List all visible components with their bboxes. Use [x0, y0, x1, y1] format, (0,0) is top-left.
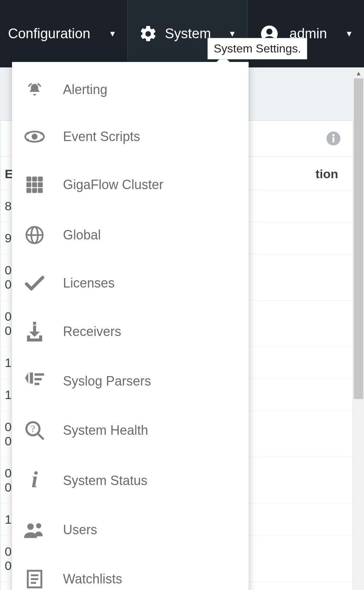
dropdown-item-system-status[interactable]: iSystem Status	[12, 456, 249, 506]
vertical-scrollbar[interactable]: ▴	[353, 67, 364, 590]
table-cell: 12	[0, 356, 12, 370]
alerting-icon	[24, 81, 46, 98]
svg-rect-25	[33, 322, 36, 325]
scroll-up-arrow-icon[interactable]: ▴	[353, 67, 364, 78]
svg-text:?: ?	[31, 423, 35, 434]
svg-text:i: i	[31, 471, 38, 491]
dropdown-item-licenses[interactable]: Licenses	[12, 260, 249, 306]
users-icon	[24, 521, 46, 539]
svg-rect-33	[35, 373, 44, 376]
dropdown-item-label: Event Scripts	[63, 129, 140, 144]
svg-rect-30	[39, 335, 42, 340]
gear-icon	[139, 24, 158, 43]
health-icon: ?	[24, 421, 46, 440]
svg-rect-17	[32, 182, 37, 187]
dropdown-item-syslog-parsers[interactable]: Syslog Parsers	[12, 357, 249, 405]
dropdown-item-label: System Status	[63, 473, 147, 488]
dropdown-item-label: GigaFlow Cluster	[63, 177, 163, 192]
svg-point-41	[36, 523, 41, 528]
svg-rect-14	[32, 177, 37, 182]
svg-rect-19	[27, 188, 32, 193]
nav-system-label: System	[165, 26, 211, 42]
svg-line-37	[38, 434, 44, 439]
system-tooltip: System Settings.	[207, 38, 307, 59]
svg-rect-26	[33, 325, 36, 332]
status-icon: i	[24, 471, 46, 491]
nav-configuration[interactable]: Configuration ▼	[0, 0, 127, 67]
svg-point-1	[266, 28, 273, 35]
caret-down-icon: ▼	[345, 29, 353, 39]
table-cell: 95	[0, 231, 12, 245]
table-header-col1: Er	[0, 167, 12, 181]
svg-marker-27	[29, 332, 40, 337]
table-cell: 82	[0, 199, 12, 213]
table-cell: 10	[0, 388, 12, 402]
dropdown-item-receivers[interactable]: Receivers	[12, 306, 249, 357]
dropdown-item-label: Alerting	[63, 82, 107, 97]
svg-rect-29	[27, 335, 30, 340]
info-icon[interactable]	[326, 131, 341, 146]
dropdown-item-alerting[interactable]: Alerting	[12, 66, 249, 114]
svg-rect-16	[27, 182, 32, 187]
table-cell: 17	[0, 512, 12, 527]
svg-point-12	[32, 134, 37, 140]
dropdown-item-label: Receivers	[63, 324, 121, 339]
dropdown-item-label: Watchlists	[63, 571, 122, 587]
dropdown-item-label: Users	[63, 522, 97, 538]
dropdown-item-label: Global	[63, 227, 101, 243]
table-cell: 0 0	[0, 544, 12, 573]
svg-rect-3	[333, 137, 335, 142]
licenses-icon	[24, 276, 46, 290]
table-cell: 0 0	[0, 466, 12, 495]
svg-rect-15	[38, 177, 43, 182]
dropdown-item-label: Syslog Parsers	[63, 374, 151, 389]
topnav: Configuration ▼ System ▼ admin ▼	[0, 0, 364, 67]
svg-point-40	[27, 523, 34, 530]
watchlists-icon	[24, 569, 46, 589]
dropdown-item-system-health[interactable]: ?System Health	[12, 405, 249, 456]
svg-rect-34	[35, 378, 42, 380]
table-cell: 0 0	[0, 263, 12, 292]
table-cell: 0 0	[0, 420, 12, 448]
scroll-thumb[interactable]	[354, 78, 363, 399]
table-cell: 0 0	[0, 309, 12, 338]
dropdown-item-watchlists[interactable]: Watchlists	[12, 554, 249, 590]
caret-down-icon: ▼	[228, 29, 236, 39]
global-icon	[24, 225, 46, 245]
receivers-icon	[24, 321, 46, 342]
dropdown-item-label: System Health	[63, 423, 148, 438]
svg-rect-35	[35, 383, 39, 385]
caret-down-icon: ▼	[108, 29, 116, 39]
svg-rect-21	[38, 188, 43, 193]
svg-rect-20	[32, 188, 37, 193]
dropdown-item-label: Licenses	[63, 276, 115, 291]
dropdown-item-users[interactable]: Users	[12, 506, 249, 554]
svg-marker-31	[25, 372, 28, 383]
system-dropdown: AlertingEvent ScriptsGigaFlow ClusterGlo…	[12, 62, 249, 590]
svg-point-4	[332, 134, 335, 136]
event-scripts-icon	[24, 130, 46, 143]
dropdown-item-global[interactable]: Global	[12, 210, 249, 260]
dropdown-item-gigaflow-cluster[interactable]: GigaFlow Cluster	[12, 160, 249, 210]
dropdown-item-event-scripts[interactable]: Event Scripts	[12, 114, 249, 160]
svg-rect-13	[27, 177, 32, 182]
syslog-icon	[24, 372, 46, 390]
svg-rect-32	[30, 372, 33, 383]
cluster-icon	[24, 175, 46, 195]
svg-rect-18	[38, 182, 43, 187]
nav-configuration-label: Configuration	[8, 26, 90, 42]
